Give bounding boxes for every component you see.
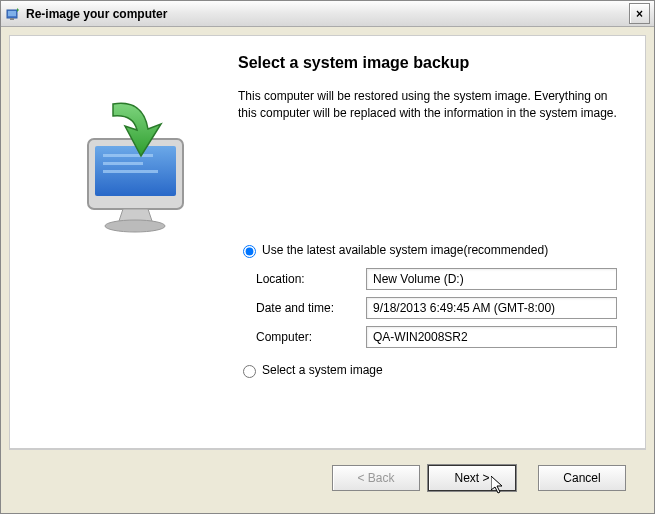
option-use-latest[interactable]: Use the latest available system image(re…	[238, 242, 617, 258]
radio-select-image-label: Select a system image	[262, 363, 383, 377]
titlebar: Re-image your computer ×	[1, 1, 654, 27]
back-button: < Back	[332, 465, 420, 491]
svg-rect-6	[103, 162, 143, 165]
next-button[interactable]: Next >	[428, 465, 516, 491]
wizard-graphic-column	[28, 54, 228, 430]
location-value: New Volume (D:)	[366, 268, 617, 290]
radio-select-image[interactable]	[243, 365, 256, 378]
datetime-value: 9/18/2013 6:49:45 AM (GMT-8:00)	[366, 297, 617, 319]
svg-rect-7	[103, 170, 158, 173]
close-icon: ×	[636, 7, 643, 21]
svg-rect-2	[10, 18, 14, 20]
page-heading: Select a system image backup	[238, 54, 617, 72]
row-location: Location: New Volume (D:)	[256, 268, 617, 290]
reimage-wizard-window: Re-image your computer ×	[0, 0, 655, 514]
wizard-button-bar: < Back Next > Cancel	[9, 449, 646, 505]
content-area: Select a system image backup This comput…	[9, 35, 646, 449]
svg-rect-5	[103, 154, 153, 157]
page-description: This computer will be restored using the…	[238, 88, 617, 122]
close-button[interactable]: ×	[629, 3, 650, 24]
row-computer: Computer: QA-WIN2008SR2	[256, 326, 617, 348]
row-datetime: Date and time: 9/18/2013 6:49:45 AM (GMT…	[256, 297, 617, 319]
svg-rect-1	[8, 11, 16, 16]
radio-use-latest-label: Use the latest available system image(re…	[262, 243, 548, 257]
radio-use-latest[interactable]	[243, 245, 256, 258]
wizard-main-column: Select a system image backup This comput…	[228, 54, 627, 430]
cursor-icon	[491, 476, 509, 494]
computer-value: QA-WIN2008SR2	[366, 326, 617, 348]
window-title: Re-image your computer	[26, 7, 629, 21]
option-select-image[interactable]: Select a system image	[238, 362, 617, 378]
location-label: Location:	[256, 272, 366, 286]
restore-monitor-icon	[53, 84, 203, 244]
datetime-label: Date and time:	[256, 301, 366, 315]
app-icon	[5, 6, 21, 22]
computer-label: Computer:	[256, 330, 366, 344]
svg-point-8	[105, 220, 165, 232]
cancel-button[interactable]: Cancel	[538, 465, 626, 491]
image-details: Location: New Volume (D:) Date and time:…	[256, 268, 617, 348]
